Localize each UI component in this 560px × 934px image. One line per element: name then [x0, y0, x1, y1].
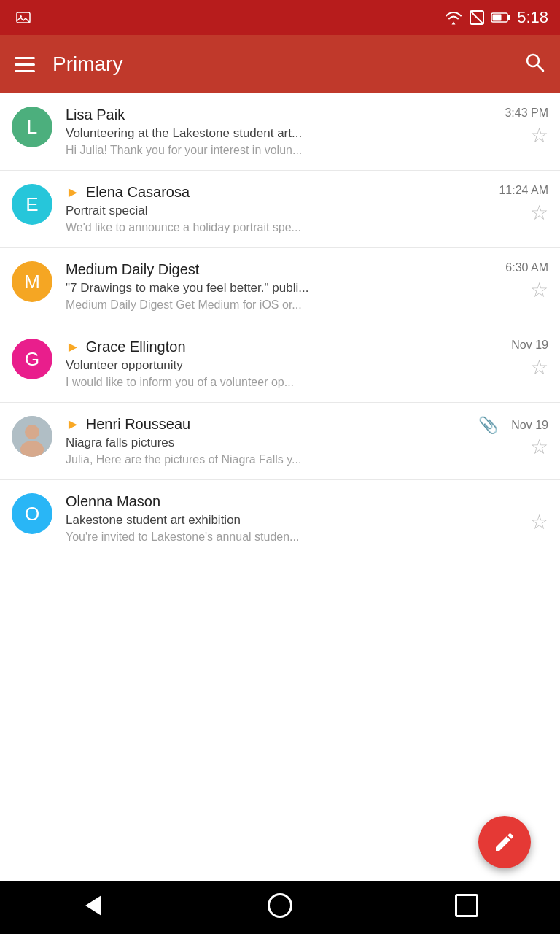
email-item-3[interactable]: MMedium Daily Digest"7 Drawings to make …	[0, 248, 560, 325]
email-item-1[interactable]: LLisa PaikVolunteering at the Lakestone …	[0, 93, 560, 171]
avatar-5	[12, 416, 52, 457]
email-sender-3: Medium Daily Digest	[66, 261, 199, 278]
email-item-6[interactable]: OOlenna MasonLakestone student art exhib…	[0, 480, 560, 557]
email-sender-1: Lisa Paik	[66, 107, 125, 123]
email-preview-2: We'd like to announce a holiday portrait…	[66, 221, 445, 234]
email-sender-5: ►Henri Rousseau	[66, 416, 190, 433]
email-content-3: Medium Daily Digest"7 Drawings to make y…	[66, 261, 494, 312]
email-item-2[interactable]: E►Elena CasarosaPortrait specialWe'd lik…	[0, 171, 560, 248]
status-bar: 5:18	[0, 0, 560, 35]
important-icon-2: ►	[66, 184, 80, 201]
avatar-4: G	[12, 339, 52, 379]
email-subject-5: Niagra falls pictures	[66, 436, 472, 450]
email-content-1: Lisa PaikVolunteering at the Lakestone s…	[66, 107, 493, 157]
back-button[interactable]	[64, 881, 122, 934]
page-title: Primary	[52, 53, 506, 76]
signal-icon	[469, 9, 485, 26]
email-subject-3: "7 Drawings to make you feel better." pu…	[66, 281, 494, 296]
email-sender-2: ►Elena Casarosa	[66, 184, 190, 201]
email-time-2: 11:24 AM	[499, 184, 548, 197]
email-content-6: Olenna MasonLakestone student art exhibi…	[66, 493, 517, 544]
email-preview-5: Julia, Here are the pictures of Niagra F…	[66, 453, 445, 466]
star-button-1[interactable]: ☆	[530, 123, 548, 147]
email-list: LLisa PaikVolunteering at the Lakestone …	[0, 93, 560, 557]
email-subject-4: Volunteer opportunity	[66, 358, 499, 373]
status-right-icons: 5:18	[444, 8, 548, 27]
home-button[interactable]	[251, 881, 309, 934]
avatar-2: E	[12, 184, 52, 225]
search-button[interactable]	[524, 51, 545, 78]
email-subject-2: Portrait special	[66, 204, 487, 218]
important-icon-5: ►	[66, 416, 80, 433]
avatar-3: M	[12, 261, 52, 302]
svg-line-3	[470, 11, 483, 24]
star-button-3[interactable]: ☆	[530, 278, 548, 302]
email-preview-3: Medium Daily Digest Get Medium for iOS o…	[66, 298, 445, 312]
email-right-3: 6:30 AM☆	[499, 261, 548, 305]
email-preview-6: You're invited to Lakestone's annual stu…	[66, 530, 445, 544]
email-content-2: ►Elena CasarosaPortrait specialWe'd like…	[66, 184, 487, 234]
svg-rect-6	[493, 15, 502, 21]
avatar-6: O	[12, 493, 52, 534]
svg-rect-5	[508, 15, 510, 20]
email-time-1: 3:43 PM	[505, 107, 548, 120]
email-right-1: 3:43 PM☆	[499, 107, 548, 150]
email-right-2: 11:24 AM☆	[493, 184, 548, 228]
email-item-5[interactable]: ►Henri RousseauNiagra falls picturesJuli…	[0, 403, 560, 480]
email-right-4: Nov 19☆	[505, 339, 548, 382]
email-preview-1: Hi Julia! Thank you for your interest in…	[66, 144, 445, 157]
menu-button[interactable]	[15, 57, 35, 72]
star-button-4[interactable]: ☆	[530, 355, 548, 379]
star-button-2[interactable]: ☆	[530, 201, 548, 225]
compose-button[interactable]	[478, 816, 531, 868]
email-time-3: 6:30 AM	[505, 261, 548, 274]
email-right-5: 📎Nov 19☆	[478, 416, 548, 462]
attachment-icon-5: 📎	[478, 416, 498, 435]
svg-line-8	[537, 65, 543, 71]
email-subject-6: Lakestone student art exhibition	[66, 513, 517, 528]
email-content-4: ►Grace EllingtonVolunteer opportunityI w…	[66, 339, 499, 389]
recents-button[interactable]	[438, 881, 496, 934]
email-subject-1: Volunteering at the Lakestone student ar…	[66, 126, 493, 141]
important-icon-4: ►	[66, 339, 80, 355]
star-button-5[interactable]: ☆	[530, 435, 548, 459]
email-sender-6: Olenna Mason	[66, 493, 160, 510]
status-left-icons	[12, 9, 437, 26]
status-time: 5:18	[517, 8, 548, 27]
battery-icon	[491, 11, 511, 24]
email-right-6: ☆	[523, 493, 548, 537]
email-item-4[interactable]: G►Grace EllingtonVolunteer opportunityI …	[0, 325, 560, 403]
email-content-5: ►Henri RousseauNiagra falls picturesJuli…	[66, 416, 472, 466]
wifi-icon	[444, 9, 463, 26]
email-sender-4: ►Grace Ellington	[66, 339, 186, 355]
email-time-5: Nov 19	[511, 419, 548, 432]
svg-point-10	[25, 425, 39, 439]
top-app-bar: Primary	[0, 35, 560, 93]
bottom-navigation	[0, 881, 560, 934]
avatar-1: L	[12, 107, 52, 147]
star-button-6[interactable]: ☆	[530, 510, 548, 534]
email-time-4: Nov 19	[511, 339, 548, 352]
email-preview-4: I would like to inform you of a voluntee…	[66, 376, 445, 389]
